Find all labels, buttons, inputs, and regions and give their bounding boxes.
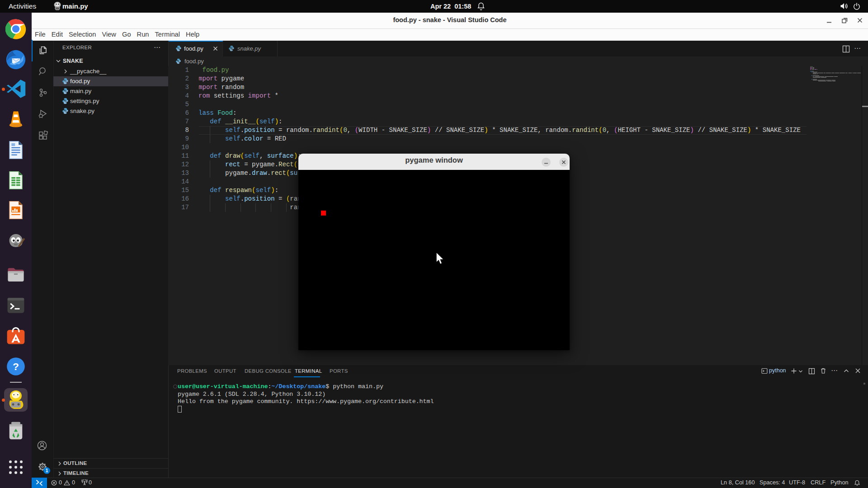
svg-text:?: ? bbox=[13, 361, 19, 372]
